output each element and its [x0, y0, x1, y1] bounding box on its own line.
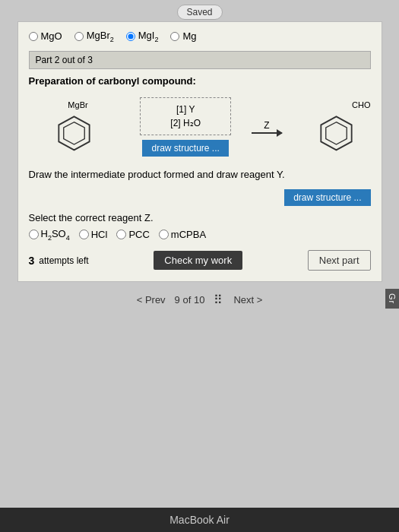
reagent-pcc-input[interactable] [116, 230, 126, 239]
attempts-count: 3 [29, 255, 35, 267]
reagent-mcpba-input[interactable] [159, 230, 169, 239]
reactant-side: MgBr [29, 100, 120, 153]
radio-mgbr2-label: MgBr2 [87, 30, 114, 43]
bottom-bar: 3 attempts left Check my work Next part [29, 250, 371, 271]
reagent-z-label: Select the correct reagent Z. [29, 212, 371, 223]
radio-mg[interactable]: Mg [170, 30, 196, 42]
reagent-h2so4-input[interactable] [29, 230, 39, 239]
sidebar-hint: Gr [385, 289, 399, 309]
step1-text: [1] Y [148, 103, 223, 116]
reagent-hcl-label: HCl [91, 229, 108, 240]
macbook-bar: MacBook Air [0, 508, 399, 532]
step2-text: [2] H₂O [148, 116, 223, 130]
mgbr-label: MgBr [68, 100, 87, 109]
radio-mgbr2-input[interactable] [74, 32, 84, 41]
draw-structure-btn-2[interactable]: draw structure ... [284, 189, 370, 206]
reagent-hcl[interactable]: HCl [79, 229, 108, 240]
part-header: Part 2 out of 3 [29, 51, 371, 69]
intermediate-label: Draw the intermediate product formed and… [29, 169, 371, 180]
radio-mgi2[interactable]: MgI2 [126, 30, 159, 43]
saved-badge: Saved [176, 5, 222, 20]
radio-mgi2-input[interactable] [126, 32, 135, 41]
pagination: < Prev 9 of 10 ⠿ Next > [137, 293, 263, 307]
radio-mgi2-label: MgI2 [138, 30, 159, 43]
benzene-product-svg [315, 111, 357, 153]
reagent-z-options: H2SO4 HCl PCC mCPBA [29, 228, 371, 242]
next-button[interactable]: Next > [233, 294, 262, 306]
intermediate-section: Draw the intermediate product formed and… [29, 169, 371, 206]
radio-mg-input[interactable] [170, 32, 179, 41]
reagent-h2so4-label: H2SO4 [41, 228, 70, 242]
next-part-button[interactable]: Next part [308, 250, 371, 271]
radio-mgo-input[interactable] [29, 32, 38, 41]
cho-label: CHO [302, 100, 370, 109]
radio-mgo[interactable]: MgO [29, 30, 62, 42]
check-my-work-button[interactable]: Check my work [154, 251, 242, 270]
prep-label: Preparation of carbonyl compound: [29, 75, 371, 87]
radio-group-top: MgO MgBr2 MgI2 Mg [29, 30, 371, 43]
reagent-mcpba-label: mCPBA [171, 229, 206, 240]
radio-mgbr2[interactable]: MgBr2 [74, 30, 114, 43]
intermediate-draw-area: draw structure ... [29, 185, 371, 206]
steps-container: [1] Y [2] H₂O draw structure ... [140, 97, 231, 157]
z-label: Z [264, 120, 269, 131]
reagent-pcc-label: PCC [128, 229, 149, 240]
reagent-h2so4[interactable]: H2SO4 [29, 228, 70, 242]
reagent-mcpba[interactable]: mCPBA [159, 229, 206, 240]
benzene-reactant-svg [53, 111, 95, 153]
arrow-container: Z [252, 120, 282, 134]
radio-mg-label: Mg [182, 30, 196, 42]
attempts-area: 3 attempts left [29, 255, 89, 267]
page-dots-icon: ⠿ [214, 293, 224, 307]
radio-mgo-label: MgO [41, 30, 62, 42]
reaction-area: MgBr [1] Y [2] H₂O draw structure ... Z … [29, 93, 371, 161]
reagent-hcl-input[interactable] [79, 230, 89, 239]
prev-button[interactable]: < Prev [137, 294, 166, 306]
product-side: CHO [302, 100, 370, 153]
page-indicator: 9 of 10 [175, 294, 205, 306]
svg-marker-3 [326, 122, 347, 144]
attempts-label: attempts left [39, 255, 88, 266]
reagent-z-section: Select the correct reagent Z. H2SO4 HCl … [29, 212, 371, 242]
svg-marker-1 [64, 122, 85, 144]
steps-box: [1] Y [2] H₂O [140, 97, 231, 135]
reagent-pcc[interactable]: PCC [116, 229, 149, 240]
arrow-line [252, 132, 282, 134]
draw-structure-btn-1[interactable]: draw structure ... [142, 140, 228, 157]
